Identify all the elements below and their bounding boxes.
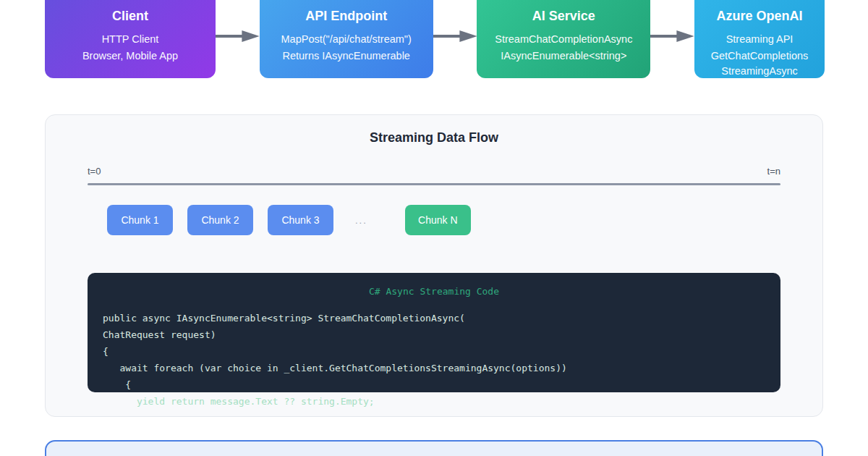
node-line: Browser, Mobile App [54,48,207,64]
streaming-data-flow-panel: Streaming Data Flow t=0 t=n Chunk 1 Chun… [45,114,823,417]
node-line: StreamChatCompletionAsync [485,32,642,47]
chunk-2: Chunk 2 [187,205,253,235]
code-body: public async IAsyncEnumerable<string> St… [88,310,780,393]
node-line: MapPost("/api/chat/stream") [268,32,425,47]
code-block-title: C# Async Streaming Code [88,273,780,300]
timeline-end-label: t=n [767,166,780,177]
node-title: Client [54,9,207,24]
panel-title: Streaming Data Flow [46,130,822,145]
right-arrow-icon [433,30,477,42]
code-block: C# Async Streaming Code public async IAs… [88,273,780,392]
chunk-1: Chunk 1 [107,205,173,235]
node-title: Azure OpenAI [703,9,816,24]
chunk-3: Chunk 3 [268,205,333,235]
chunk-ellipsis: ... [355,215,367,226]
chunks-row: Chunk 1 Chunk 2 Chunk 3 ... Chunk N [107,205,780,235]
flow-arrow [216,0,260,78]
timeline: t=0 t=n [88,166,780,185]
right-arrow-icon [650,30,694,42]
node-line: GetChatCompletions StreamingAsync [703,48,816,79]
node-line: HTTP Client [54,32,207,47]
flow-node-ai-service: AI Service StreamChatCompletionAsync IAs… [477,0,650,78]
code-overflow-line: yield return message.Text ?? string.Empt… [88,393,780,410]
node-line: Returns IAsyncEnumerable [268,48,425,64]
flow-arrow [650,0,694,78]
timeline-axis-line [88,183,780,185]
flow-arrow [433,0,477,78]
flow-node-client: Client HTTP Client Browser, Mobile App [45,0,216,78]
node-title: AI Service [485,9,642,24]
timeline-start-label: t=0 [88,166,101,177]
architecture-flow: Client HTTP Client Browser, Mobile App A… [45,0,825,78]
bottom-panel-partial [45,440,823,456]
node-title: API Endpoint [268,9,425,24]
node-line: IAsyncEnumerable<string> [485,48,642,64]
chunk-n: Chunk N [405,205,471,235]
right-arrow-icon [216,30,260,42]
flow-node-api-endpoint: API Endpoint MapPost("/api/chat/stream")… [260,0,433,78]
node-line: Streaming API [703,32,816,47]
flow-node-azure-openai: Azure OpenAI Streaming API GetChatComple… [694,0,825,78]
